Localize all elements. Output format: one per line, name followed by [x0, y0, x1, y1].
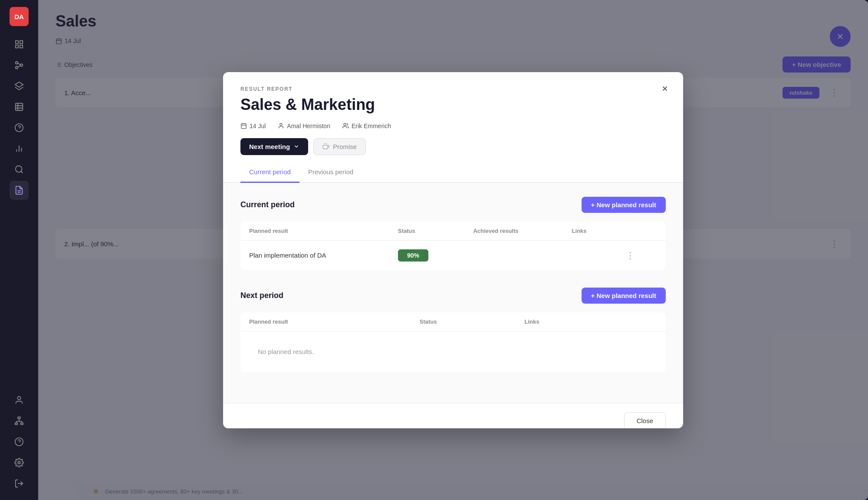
tab-previous-period[interactable]: Previous period — [299, 162, 362, 183]
promise-button[interactable]: Promise — [313, 138, 366, 155]
modal-date: 14 Jul — [240, 123, 266, 129]
current-period-table: Planned result Status Achieved results L… — [240, 222, 666, 270]
svg-point-33 — [18, 461, 20, 464]
svg-point-19 — [16, 166, 22, 172]
status-cell: 90% — [389, 240, 464, 270]
status-bar: 90% — [398, 249, 428, 262]
svg-line-7 — [18, 63, 20, 65]
svg-rect-1 — [20, 41, 23, 43]
sidebar-item-layers[interactable] — [10, 76, 29, 96]
next-new-planned-result-button[interactable]: + New planned result — [582, 288, 666, 304]
sidebar-item-table[interactable] — [10, 97, 29, 116]
modal-user2: Erik Emmerich — [342, 123, 391, 129]
current-period-title: Current period — [240, 200, 295, 209]
svg-rect-47 — [241, 124, 246, 129]
next-period-title: Next period — [240, 291, 283, 300]
achieved-results-cell — [464, 240, 563, 270]
col-status: Status — [389, 222, 464, 241]
modal-label: RESULT REPORT — [240, 86, 666, 92]
svg-point-52 — [344, 123, 346, 126]
current-new-planned-result-button[interactable]: + New planned result — [582, 197, 666, 213]
svg-rect-24 — [18, 417, 20, 419]
svg-point-23 — [17, 397, 20, 400]
sidebar-item-logout[interactable] — [10, 474, 29, 493]
tab-current-period[interactable]: Current period — [240, 162, 299, 183]
modal-footer: Close — [223, 403, 683, 428]
sidebar-item-analytics[interactable] — [10, 139, 29, 158]
col-status-next: Status — [411, 312, 516, 331]
modal-overlay: RESULT REPORT Sales & Marketing 14 Jul A… — [38, 0, 868, 500]
svg-point-51 — [280, 123, 282, 126]
modal-user1: Amal Hermiston — [278, 123, 330, 129]
sidebar-item-help[interactable] — [10, 432, 29, 451]
svg-rect-10 — [16, 103, 23, 111]
sidebar-item-question[interactable] — [10, 118, 29, 137]
planned-result-text: Plan implementation of DA — [240, 240, 389, 270]
sidebar-item-settings[interactable] — [10, 453, 29, 472]
svg-point-5 — [16, 62, 18, 64]
svg-rect-26 — [21, 423, 23, 425]
result-row: Plan implementation of DA 90% ⋮ — [240, 240, 666, 270]
modal-footer-close-button[interactable]: Close — [624, 412, 666, 428]
sidebar-item-org[interactable] — [10, 411, 29, 430]
result-row-more-button[interactable]: ⋮ — [622, 248, 638, 262]
svg-marker-9 — [15, 82, 23, 87]
sidebar-item-connections[interactable] — [10, 56, 29, 75]
col-links-next: Links — [516, 312, 613, 331]
current-period-section: Current period + New planned result Plan… — [240, 197, 666, 270]
svg-point-6 — [16, 66, 18, 69]
sidebar-item-result-report[interactable] — [10, 181, 29, 200]
col-planned-result-next: Planned result — [240, 312, 411, 331]
sidebar-item-search-analytics[interactable] — [10, 160, 29, 179]
col-planned-result: Planned result — [240, 222, 389, 241]
sidebar-item-person[interactable] — [10, 391, 29, 410]
sidebar: DA — [0, 0, 38, 500]
main-content: Sales 14 Jul Objectives + New objective — [38, 0, 868, 500]
next-period-section: Next period + New planned result Planned… — [240, 288, 666, 372]
no-results-row: No planned results. — [240, 331, 666, 372]
svg-rect-25 — [15, 423, 18, 425]
col-links: Links — [563, 222, 614, 241]
svg-rect-0 — [16, 41, 18, 43]
svg-rect-3 — [20, 45, 23, 48]
modal-close-button[interactable] — [657, 81, 673, 96]
svg-line-20 — [21, 171, 23, 173]
no-planned-results-text: No planned results. — [249, 339, 657, 364]
modal-title: Sales & Marketing — [240, 96, 666, 114]
col-achieved: Achieved results — [464, 222, 563, 241]
next-meeting-button[interactable]: Next meeting — [240, 138, 308, 155]
links-cell — [563, 240, 614, 270]
modal-tabs: Current period Previous period — [223, 162, 683, 183]
svg-line-8 — [18, 66, 20, 67]
svg-point-4 — [20, 64, 23, 66]
sidebar-item-dashboard[interactable] — [10, 35, 29, 54]
svg-rect-2 — [16, 45, 18, 48]
modal: RESULT REPORT Sales & Marketing 14 Jul A… — [223, 72, 683, 428]
avatar[interactable]: DA — [10, 7, 29, 26]
next-period-table: Planned result Status Links No planned r… — [240, 312, 666, 372]
